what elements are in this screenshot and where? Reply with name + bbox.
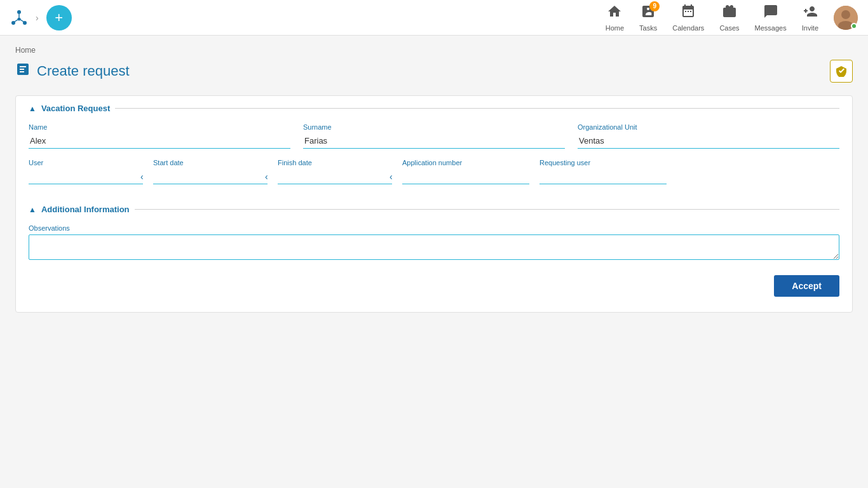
- user-input-wrap: ‹: [29, 169, 143, 184]
- user-input[interactable]: [29, 169, 138, 184]
- name-input[interactable]: [29, 133, 290, 149]
- vacation-section-title: Vacation Request: [41, 104, 110, 113]
- page-title-row: Create request: [15, 60, 853, 83]
- additional-section-header[interactable]: ▲ Additional Information: [16, 197, 852, 219]
- main-content: Home Create request ▲ Vacation Request N…: [0, 36, 868, 488]
- nav-messages[interactable]: Messages: [755, 4, 787, 32]
- page-title-left: Create request: [15, 62, 130, 81]
- nav-tasks[interactable]: 9 Tasks: [639, 4, 657, 32]
- additional-section-divider: [135, 209, 839, 210]
- page-title: Create request: [37, 63, 130, 79]
- start-date-input[interactable]: [153, 169, 262, 184]
- start-date-label: Start date: [153, 159, 268, 166]
- requesting-user-group: Requesting user: [539, 159, 667, 184]
- user-avatar[interactable]: [834, 6, 858, 30]
- page-action-button[interactable]: [830, 60, 853, 83]
- observations-group: Observations: [29, 224, 839, 260]
- user-pick-button[interactable]: ‹: [138, 172, 146, 182]
- start-date-group: Start date ‹: [153, 159, 268, 184]
- requesting-user-label: Requesting user: [539, 159, 667, 166]
- form-row-top: Name Surname Organizational Unit: [16, 118, 852, 154]
- vacation-section-header[interactable]: ▲ Vacation Request: [16, 96, 852, 118]
- surname-group: Surname: [303, 123, 565, 149]
- breadcrumb: Home: [15, 46, 853, 55]
- invite-icon: [803, 4, 818, 23]
- app-number-input[interactable]: [402, 169, 529, 184]
- finish-date-input[interactable]: [278, 169, 387, 184]
- nav-invite[interactable]: Invite: [802, 4, 818, 32]
- start-date-input-wrap: ‹: [153, 169, 268, 184]
- user-label: User: [29, 159, 143, 166]
- form-card: ▲ Vacation Request Name Surname Organiza…: [15, 95, 853, 313]
- top-navigation: › + Home 9 Tasks Calendars: [0, 0, 868, 36]
- nav-cases[interactable]: Cases: [719, 4, 739, 32]
- surname-input[interactable]: [303, 133, 565, 149]
- page-title-icon: [15, 62, 31, 81]
- org-unit-label: Organizational Unit: [578, 123, 839, 131]
- svg-point-3: [18, 17, 21, 20]
- logo-icon: [10, 9, 28, 27]
- user-group: User ‹: [29, 159, 143, 184]
- cases-icon: [722, 4, 737, 23]
- observations-row: Observations: [16, 219, 852, 265]
- observations-input[interactable]: [29, 234, 839, 260]
- name-group: Name: [29, 123, 290, 149]
- app-number-label: Application number: [402, 159, 529, 166]
- observations-label: Observations: [29, 224, 839, 232]
- tasks-icon: 9: [641, 4, 656, 23]
- online-indicator: [851, 23, 857, 29]
- messages-icon: [763, 4, 778, 23]
- nav-right: Home 9 Tasks Calendars Cases: [606, 4, 858, 32]
- app-number-group: Application number: [402, 159, 529, 184]
- finish-date-label: Finish date: [278, 159, 392, 166]
- finish-date-input-wrap: ‹: [278, 169, 392, 184]
- nav-home[interactable]: Home: [606, 4, 624, 32]
- nav-chevron-icon: ›: [36, 13, 39, 23]
- finish-date-group: Finish date ‹: [278, 159, 392, 184]
- add-button[interactable]: +: [46, 5, 72, 30]
- nav-left: › +: [10, 5, 72, 30]
- additional-chevron-icon: ▲: [29, 205, 36, 214]
- calendar-icon: [681, 4, 696, 23]
- svg-point-1: [17, 10, 21, 14]
- start-date-pick-button[interactable]: ‹: [262, 172, 271, 182]
- org-unit-group: Organizational Unit: [578, 123, 839, 149]
- vacation-section-divider: [115, 108, 839, 109]
- accept-button[interactable]: Accept: [774, 275, 839, 297]
- requesting-user-input[interactable]: [539, 169, 667, 184]
- accept-button-row: Accept: [16, 265, 852, 297]
- nav-calendars[interactable]: Calendars: [672, 4, 704, 32]
- svg-line-5: [15, 19, 18, 22]
- form-row-bottom: User ‹ Start date ‹ Finish date ‹: [16, 154, 852, 189]
- additional-section-title: Additional Information: [41, 205, 130, 214]
- svg-line-6: [20, 19, 24, 22]
- org-unit-input[interactable]: [578, 133, 839, 149]
- home-icon: [607, 4, 622, 23]
- name-label: Name: [29, 123, 290, 131]
- vacation-chevron-icon: ▲: [29, 104, 36, 113]
- surname-label: Surname: [303, 123, 565, 131]
- svg-point-8: [841, 10, 850, 19]
- finish-date-pick-button[interactable]: ‹: [387, 172, 395, 182]
